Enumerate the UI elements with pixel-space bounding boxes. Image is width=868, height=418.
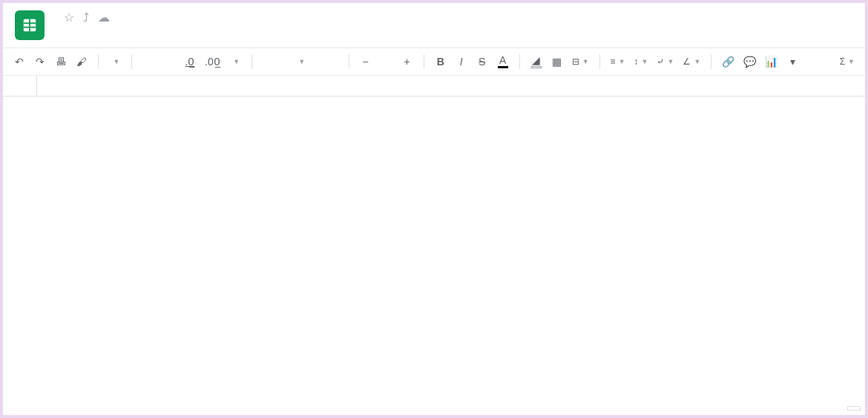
chevron-down-icon: ▼ [848, 58, 855, 65]
number-format-select[interactable]: ▼ [226, 53, 244, 71]
insert-link-button[interactable]: 🔗 [719, 53, 737, 71]
merge-cells-button[interactable]: ⊟▼ [569, 53, 592, 71]
text-rotation-button[interactable]: ∠▼ [680, 53, 703, 71]
redo-button[interactable]: ↷ [31, 53, 49, 71]
horizontal-align-button[interactable]: ≡▼ [608, 53, 628, 71]
chevron-down-icon: ▼ [114, 58, 120, 65]
vertical-align-button[interactable]: ↕▼ [631, 53, 651, 71]
header: ☆ ⤴ ☁ [3, 3, 865, 40]
decrease-decimal-button[interactable]: .0̲ [181, 53, 199, 71]
increase-decimal-button[interactable]: .00̲ [202, 53, 223, 71]
bold-button[interactable]: B [432, 53, 450, 71]
chevron-down-icon: ▼ [619, 58, 625, 65]
create-filter-button[interactable]: ▾ [783, 53, 801, 71]
font-size-increase[interactable]: + [398, 53, 416, 71]
toolbar: ↶ ↷ 🖶 🖌 ▼ .0̲ .00̲ ▼ ▼ − + B I S A ◢ ▦ ⊟… [3, 48, 865, 76]
font-size-value[interactable] [378, 53, 395, 71]
chevron-down-icon: ▼ [694, 58, 700, 65]
strikethrough-button[interactable]: S [473, 53, 491, 71]
star-icon[interactable]: ☆ [64, 10, 74, 25]
chevron-down-icon: ▼ [298, 58, 305, 65]
watermark [847, 406, 861, 411]
functions-button[interactable]: Σ▼ [837, 53, 858, 71]
currency-button[interactable] [139, 53, 157, 71]
text-color-button[interactable]: A [494, 53, 512, 71]
print-button[interactable]: 🖶 [52, 53, 70, 71]
font-size-decrease[interactable]: − [357, 53, 375, 71]
borders-button[interactable]: ▦ [548, 53, 566, 71]
undo-button[interactable]: ↶ [10, 53, 28, 71]
formula-input[interactable] [37, 76, 865, 96]
text-wrap-button[interactable]: ⤶▼ [654, 53, 677, 71]
app-logo[interactable] [15, 10, 45, 40]
percent-button[interactable] [160, 53, 178, 71]
insert-comment-button[interactable]: 💬 [740, 53, 759, 71]
font-select[interactable]: ▼ [260, 53, 341, 71]
italic-button[interactable]: I [453, 53, 470, 71]
formula-bar [3, 76, 865, 97]
chevron-down-icon: ▼ [667, 58, 674, 65]
cloud-icon[interactable]: ☁ [98, 10, 110, 25]
chevron-down-icon: ▼ [642, 58, 648, 65]
chevron-down-icon: ▼ [582, 58, 589, 65]
fill-color-button[interactable]: ◢ [527, 53, 545, 71]
move-icon[interactable]: ⤴ [83, 11, 89, 25]
fx-label[interactable] [3, 76, 37, 96]
paint-format-button[interactable]: 🖌 [73, 53, 91, 71]
sheets-icon [22, 17, 38, 33]
zoom-select[interactable]: ▼ [106, 53, 124, 71]
chevron-down-icon: ▼ [233, 58, 240, 65]
insert-chart-button[interactable]: 📊 [762, 53, 780, 71]
